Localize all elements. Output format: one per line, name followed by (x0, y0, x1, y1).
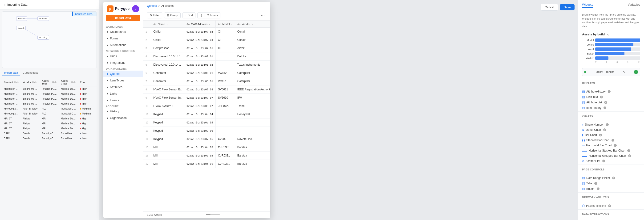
chart-info-icon[interactable]: i (627, 149, 630, 152)
chart-item[interactable]: ◉ Donut Chart i (578, 127, 644, 132)
sidebar-import-button[interactable]: Import Data (106, 15, 140, 21)
more-options-button[interactable]: ⋯ (259, 12, 266, 18)
chart-item[interactable]: ▮ Bar Chart i (578, 132, 644, 138)
sidebar-item-item-types[interactable]: Item Types (103, 77, 143, 84)
sidebar-item-forms[interactable]: Forms (103, 35, 143, 42)
list-item[interactable]: MRI 3T Philips MRI Medical Devices High (2, 126, 97, 131)
lp-col-product-hide[interactable]: Hide (14, 81, 19, 83)
table-row[interactable]: 17Mill02:ac:0c:23:0c:01OJR0331Baratza 86… (143, 160, 270, 168)
sidebar-item-automations[interactable]: Automations (103, 42, 143, 48)
chart-info-icon[interactable]: i (606, 123, 609, 126)
table-row[interactable]: 16Mill02:ac:0c:23:0c:03OJR0331Baratza 87… (143, 152, 270, 160)
list-item[interactable]: Medfusion 4000 Wireless Syringe Infusio.… (2, 86, 97, 91)
sidebar-item-links[interactable]: Links (103, 90, 143, 97)
lp-col-asset-class-hide[interactable]: Hide (71, 81, 76, 83)
filter-button[interactable]: ⚙ Filter (147, 12, 162, 18)
th-mac[interactable]: Aa MAC Address ▾ (184, 21, 216, 28)
table-row[interactable]: 5Discovered: 10.0.14.102:ac:0c:23:01:02T… (143, 61, 270, 69)
save-button[interactable]: Save (560, 4, 574, 10)
chart-info-icon[interactable]: i (599, 134, 602, 137)
group-button[interactable]: ⊞ Group (164, 12, 180, 18)
chart-info-icon[interactable]: i (614, 144, 617, 147)
table-row[interactable]: 14Keypad02:ac:0c:23:07:06C2902NovAtel In… (143, 135, 270, 143)
display-item[interactable]: ▤ Rich Text i (578, 94, 644, 100)
list-item[interactable]: Medfusion 4000 Wireless Syringe Infusio.… (2, 96, 97, 101)
sidebar-item-hubs[interactable]: Hubs (103, 53, 143, 59)
list-item[interactable]: MicroLogix 1100 Allen-Bradley PLC Indust… (2, 106, 97, 111)
breadcrumb-parent[interactable]: Queries (147, 4, 157, 8)
table-row[interactable]: 12Keypad02:ac:0c:23:0c:05 JC Justin Carr… (143, 119, 270, 127)
table-container[interactable]: Aa Name ▾ Aa MAC Address ▾ Aa Model ▾ (143, 21, 270, 211)
th-model[interactable]: Aa Model ▾ (216, 21, 235, 28)
sidebar-item-attributes[interactable]: Attributes (103, 84, 143, 90)
lp-col-asset-type-hide[interactable]: Hide (52, 81, 57, 83)
table-row[interactable]: 3Compressor02:ac:0c:23:07:01XiAirtek 99%… (143, 44, 270, 52)
widgets-tab[interactable]: Widgets (582, 3, 593, 8)
chart-item[interactable]: ⊕ Scatter Plot i (578, 158, 644, 164)
chart-info-icon[interactable]: i (602, 160, 605, 162)
list-item[interactable]: Medfusion 4000 Wireless Syringe Infusio.… (2, 101, 97, 106)
cancel-button[interactable]: Cancel (541, 4, 558, 11)
variables-tab[interactable]: Variables (628, 3, 640, 8)
page-control-item[interactable]: ▤ Date Range Picker i (578, 175, 644, 181)
table-row[interactable]: 6Generator02:ac:0c:23:06:01VC152Caterpil… (143, 69, 270, 77)
table-row[interactable]: 4Discovered: 10.0.14.102:ac:0c:23:01:01D… (143, 52, 270, 61)
chart-info-icon[interactable]: i (603, 128, 606, 131)
chart-item[interactable]: ▬▬ Horizontal Stacked Bar Chart i (578, 148, 644, 153)
packet-timeline-preview[interactable]: Packet Timeline ↖ + (582, 68, 640, 76)
table-row[interactable]: 7Generator02:ac:0c:23:05:01VC151Caterpil… (143, 77, 270, 85)
table-row[interactable]: 11Keypad02:ac:0c:23:0c:04Honeywell J Jam… (143, 110, 270, 119)
sidebar-item-integrations[interactable]: Integrations (103, 59, 143, 66)
table-row[interactable]: 15Mill02:ac:0c:23:0c:02OJR0331Baratza 78… (143, 143, 270, 152)
list-item[interactable]: MicroLogix 1100 Allen-Bradley PLC Indust… (2, 111, 97, 116)
chart-info-icon[interactable]: i (612, 139, 614, 142)
chart-item[interactable]: ▮▮ Stacked Bar Chart i (578, 138, 644, 143)
list-item[interactable]: CPP4 Bosch Security Camera Surveillance … (2, 136, 97, 141)
table-row[interactable]: 2Chiller02:ac:0c:23:07:03XiConair 99% J … (143, 36, 270, 44)
list-item[interactable]: MRI 3T Philips MRI Medical Devices High (2, 121, 97, 126)
list-item[interactable]: MRI 3T Philips MRI Medical Devices High (2, 116, 97, 121)
page-control-item[interactable]: ▤ Tabs i (578, 181, 644, 186)
user-avatar[interactable]: J (132, 5, 139, 12)
list-item[interactable]: CPP4 Bosch Security Camera Surveillance … (2, 131, 97, 136)
current-data-tab[interactable]: Current data (20, 70, 40, 76)
chart-item[interactable]: ▬▬ Horizontal Grouped Bar Chart i (578, 153, 644, 158)
sidebar-item-dashboards[interactable]: Dashboards (103, 29, 143, 35)
sidebar-item-queries[interactable]: Queries (103, 71, 143, 77)
table-row[interactable]: 8HVAC Flow Sensor Ex02:ac:0c:23:07:08SV5… (143, 85, 270, 94)
info-icon[interactable]: i (608, 90, 610, 93)
display-item[interactable]: ▤ Item History i (578, 105, 644, 111)
network-item[interactable]: ⬡ Packet Timeline i (578, 203, 644, 208)
table-row[interactable]: 1Chiller02:ac:0c:23:07:02XiConair 98% J … (143, 28, 270, 36)
columns-button[interactable]: ⋮⋮ Columns (197, 12, 220, 18)
display-item[interactable]: ▤ Attribute List i (578, 100, 644, 105)
network-info[interactable]: i (608, 204, 611, 207)
info-icon[interactable]: i (600, 96, 603, 98)
info-icon[interactable]: i (604, 101, 607, 104)
table-row[interactable]: 9HVAC Flow Sensor Int02:ac:0c:23:07:07SV… (143, 94, 270, 102)
table-row[interactable]: 13Keypad02:ac:0c:23:09:09 JC Justin Carr… (143, 127, 270, 135)
display-item[interactable]: ▤ AttributeHistory i (578, 89, 644, 94)
sort-button[interactable]: ↕ Sort (182, 12, 196, 18)
page-control-info[interactable]: i (597, 187, 600, 190)
info-icon[interactable]: i (604, 106, 606, 109)
chart-item[interactable]: ▬ Horizontal Bar Chart i (578, 143, 644, 148)
page-control-info[interactable]: i (612, 177, 615, 179)
page-control-item[interactable]: ▤ Button i (578, 186, 644, 191)
chart-info-icon[interactable]: i (628, 154, 631, 157)
th-vendor[interactable]: Aa Vendor ▾ (235, 21, 270, 28)
footer-scroll[interactable] (162, 214, 264, 215)
table-row[interactable]: 10HVAC System 102:ac:0c:23:09:07JBE0723T… (143, 102, 270, 110)
th-name[interactable]: Aa Name ▾ (151, 21, 184, 28)
chart-item-icon: # (582, 123, 584, 126)
page-control-info[interactable]: i (594, 182, 597, 185)
sidebar-item-history[interactable]: History (103, 108, 143, 115)
list-item[interactable]: Medfusion 4000 Wireless Syringe Infusio.… (2, 91, 97, 96)
add-packet-timeline[interactable]: + (634, 70, 638, 74)
lp-col-priority: Priori (78, 78, 97, 86)
lp-col-vendor-hide[interactable]: Hide (32, 81, 37, 83)
sidebar-item-events[interactable]: Events (103, 97, 143, 104)
import-data-tab[interactable]: Import data (2, 70, 20, 76)
chart-item[interactable]: # Single Number i (578, 122, 644, 127)
sidebar-item-organization[interactable]: Organization (103, 115, 143, 121)
